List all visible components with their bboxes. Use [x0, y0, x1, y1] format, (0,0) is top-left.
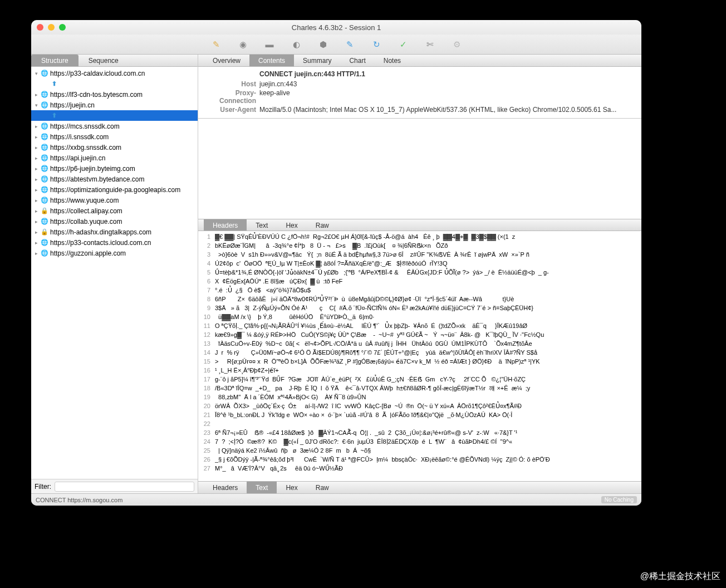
host-label: https://guzzoni.apple.com	[50, 249, 126, 257]
rtab-text[interactable]: Text	[247, 219, 277, 231]
line-number: 10	[198, 312, 215, 321]
record-icon[interactable]: ◉	[237, 39, 248, 50]
disclosure-icon[interactable]: ▾	[33, 102, 39, 108]
tab-chart[interactable]: Chart	[340, 55, 374, 66]
host-row[interactable]: ▸🌐https://xxbg.snssdk.com	[31, 142, 198, 153]
lock-icon: 🔒	[41, 207, 48, 215]
host-row[interactable]: ▸🌐https://p6-juejin.byteimg.com	[31, 163, 198, 174]
globe-icon: 🌐	[41, 175, 48, 183]
host-row[interactable]: ▾🌐https://p33-caldav.icloud.com.cn	[31, 68, 198, 79]
host-row[interactable]: ▸🔒https://collect.alipay.com	[31, 205, 198, 216]
upload-icon: ⬆	[50, 80, 58, 88]
header-value: keep-alive	[259, 89, 636, 105]
line-text: g-¨ô j ãP5]¼ î¶'³'¨Ÿd BǗF ?Gæ JOĩĩ ÀÚ`e_…	[215, 375, 526, 384]
window-title: Charles 4.6.3b2 - Session 1	[31, 23, 641, 32]
disclosure-icon[interactable]: ▸	[33, 240, 39, 246]
host-label: https://collect.alipay.com	[50, 207, 122, 215]
tab-notes[interactable]: Notes	[375, 55, 410, 66]
request-spacer	[198, 119, 641, 219]
slow-icon[interactable]: ▬	[264, 39, 275, 50]
line-number: 14	[198, 348, 215, 357]
disclosure-icon[interactable]: ▸	[33, 219, 39, 224]
btab-hex[interactable]: Hex	[277, 482, 306, 493]
line-text: ¹ ¸L_H Ë×¸ÂºÐþ¢Z÷|ềĩ+	[215, 366, 279, 375]
host-label: https://mcs.snssdk.com	[50, 122, 120, 130]
btab-raw[interactable]: Raw	[307, 482, 338, 493]
body-line: 11O ªÇŸõḷ._ Çĩå%·p[{¬N¡ÃRÂÛ°Í ¥¼ùs ¸Ểâ¤ù…	[198, 321, 641, 330]
request-body-tabs: Headers Text Hex Raw	[198, 219, 641, 231]
btab-headers[interactable]: Headers	[204, 482, 247, 493]
line-text: 7 ? ;<ḷ?Ó ©æ®? K© ▓c(«Í _ 0J'O dRõc?: €·…	[215, 437, 512, 446]
globe-icon: 🌐	[41, 70, 48, 77]
host-label: https://p6-juejin.byteimg.com	[50, 165, 135, 173]
body-line: 19 88,zbM'' Ä l a ´ÈÓM xª¹4Ä»BjO< G) À¥ …	[198, 393, 641, 401]
broom-icon[interactable]: ✎	[210, 39, 222, 50]
tab-overview[interactable]: Overview	[204, 55, 249, 66]
body-line: 86ñP Z× 6äôåÊ j»ï äÖÄ*8w0¢RÚ*ỦŸ²!´Þ ù ü8…	[198, 295, 641, 303]
globe-icon: 🌐	[41, 239, 48, 247]
host-row[interactable]: ▾🌐https://juejin.cn	[31, 100, 198, 110]
disclosure-icon[interactable]: ▸	[33, 155, 39, 161]
toolbar: ✎ ◉ ▬ ◐ ⬢ ✎ ↻ ✓ ✄ ⚙	[31, 35, 641, 55]
host-child-row[interactable]: ⬆	[31, 79, 198, 89]
line-number: 21	[198, 410, 215, 419]
rtab-hex[interactable]: Hex	[277, 219, 306, 231]
filter-input[interactable]	[55, 482, 194, 492]
host-row[interactable]: ▸🌐https://guzzoni.apple.com	[31, 248, 198, 258]
host-row[interactable]: ▸🌐https://abtestvm.bytedance.com	[31, 174, 198, 184]
line-number: 5	[198, 268, 215, 277]
host-row[interactable]: ▸🌐https://lf3-cdn-tos.bytescm.com	[31, 89, 198, 100]
disclosure-icon[interactable]: ▸	[33, 134, 39, 140]
disclosure-icon[interactable]: ▸	[33, 198, 39, 203]
body-line: 21Ĭ8^ê ¹b_bL:onÐL J Ýk'ĭdg e WÖ× ÷ào × ó…	[198, 410, 641, 419]
globe-icon: 🌐	[41, 91, 48, 99]
host-label: https://i.snssdk.com	[50, 133, 109, 141]
body-line: 12kæ€9»g▓¯ ¼ &óý,ÿ RÉÞ>HÖ CuÓ(YS©j¥ç ǓÙ*…	[198, 330, 641, 339]
body-view[interactable]: 1▓€ ▓▓| SŸqÊỦ'ÈĐVÚÚ C ¿fÖ¬h!# Rg¬2£O€ µH…	[198, 231, 641, 481]
line-number: 4	[198, 259, 215, 268]
host-row[interactable]: ▸🌐https://collab.yuque.com	[31, 216, 198, 227]
titlebar[interactable]: Charles 4.6.3b2 - Session 1	[31, 20, 641, 35]
turtle-icon[interactable]: ◐	[291, 39, 302, 50]
disclosure-icon[interactable]: ▸	[33, 208, 39, 214]
host-label: https://h-adashx.dingtalkapps.com	[50, 228, 151, 236]
line-text: 88,zbM'' Ä l a ´ÈÓM xª¹4Ä»BjO< G) À¥ Ñ¯8…	[215, 393, 366, 401]
host-row[interactable]: ▸🌐https://mcs.snssdk.com	[31, 121, 198, 131]
line-number: 3	[198, 250, 215, 259]
line-number: 7	[198, 286, 215, 295]
disclosure-icon[interactable]: ▸	[33, 177, 39, 182]
tab-summary[interactable]: Summary	[294, 55, 340, 66]
host-row[interactable]: ▸🌐https://optimizationguide-pa.googleapi…	[31, 184, 198, 195]
repeat-icon[interactable]: ↻	[371, 39, 382, 50]
host-row[interactable]: ▸🔒https://h-adashx.dingtalkapps.com	[31, 227, 198, 237]
disclosure-icon[interactable]: ▸	[33, 229, 39, 235]
disclosure-icon[interactable]: ▾	[33, 71, 39, 76]
disclosure-icon[interactable]: ▸	[33, 145, 39, 150]
host-row[interactable]: ▸🌐https://p33-contacts.icloud.com.cn	[31, 237, 198, 248]
tools-icon[interactable]: ✄	[424, 39, 435, 50]
tab-contents[interactable]: Contents	[249, 55, 294, 66]
validate-icon[interactable]: ✓	[398, 39, 409, 50]
disclosure-icon[interactable]: ▸	[33, 92, 39, 97]
disclosure-icon[interactable]: ▸	[33, 251, 39, 256]
breakpoint-icon[interactable]: ⬢	[317, 39, 328, 50]
disclosure-icon[interactable]: ▸	[33, 166, 39, 171]
compose-icon[interactable]: ✎	[344, 39, 355, 50]
host-row[interactable]: ▸🌐https://api.juejin.cn	[31, 153, 198, 163]
host-tree[interactable]: ▾🌐https://p33-caldav.icloud.com.cn⬆▸🌐htt…	[31, 67, 198, 479]
rtab-raw[interactable]: Raw	[307, 219, 338, 231]
tab-sequence[interactable]: Sequence	[79, 55, 129, 66]
disclosure-icon[interactable]: ▸	[33, 187, 39, 193]
settings-icon[interactable]: ⚙	[451, 39, 462, 50]
host-child-row[interactable]: ⬆	[31, 110, 198, 121]
disclosure-icon[interactable]: ▸	[33, 124, 39, 129]
caching-badge: No Caching	[601, 496, 637, 503]
rtab-headers[interactable]: Headers	[204, 219, 247, 231]
host-row[interactable]: ▸🌐https://i.snssdk.com	[31, 131, 198, 142]
line-number: 22	[198, 419, 215, 428]
host-label: https://optimizationguide-pa.googleapis.…	[50, 186, 180, 194]
body-line: 4Ú2¢õp c' ÖøOÖ ªĘÚ_Iµ W T|±ÊoK ▓¦ à8óÍ ?…	[198, 259, 641, 268]
tab-structure[interactable]: Structure	[31, 55, 79, 66]
host-row[interactable]: ▸🌐https://www.yuque.com	[31, 195, 198, 205]
btab-text[interactable]: Text	[247, 482, 277, 493]
